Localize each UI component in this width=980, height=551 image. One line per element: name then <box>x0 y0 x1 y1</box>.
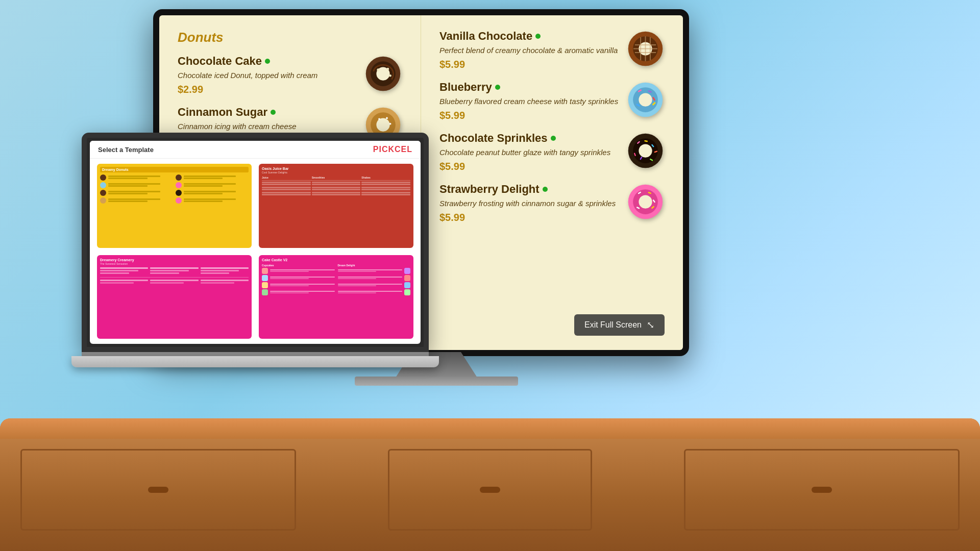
laptop-content: Dreamy Donuts <box>90 159 421 344</box>
tv-item-desc-vanilla: Perfect blend of creamy chocolate & arom… <box>439 45 620 56</box>
green-dot-icon-b <box>495 85 500 90</box>
tv-item-desc-sprinkles: Chocolate peanut butter glaze with tangy… <box>439 147 620 158</box>
tv-item-img-sprinkles <box>626 132 665 170</box>
green-dot-icon <box>265 59 270 64</box>
template-preview-juice: Oasis Juice BarCool Summer Delights Juic… <box>259 164 413 248</box>
drawer-right <box>684 449 960 531</box>
tv-item-name-chocolate-cake: Chocolate Cake <box>178 55 358 68</box>
laptop-container: Select a Template PICKCEL Dreamy Donuts <box>82 133 429 383</box>
tv-item-img-strawberry <box>626 183 665 221</box>
svg-point-25 <box>639 144 652 157</box>
laptop-title: Select a Template <box>98 146 154 154</box>
tv-item-name-cinnamon: Cinnamon Sugar <box>178 106 358 119</box>
tv-item-price-sprinkles: $5.99 <box>439 161 620 172</box>
svg-point-17 <box>639 93 652 106</box>
tv-item-chocolate-sprinkles: Chocolate Sprinkles Chocolate peanut but… <box>439 132 665 172</box>
tv-item-info-strawberry: Strawberry Delight Strawberry frosting w… <box>439 183 620 223</box>
furniture <box>0 418 980 551</box>
tv-right-panel: Vanilla Chocolate Perfect blend of cream… <box>421 15 683 350</box>
template-card-oasis-juice[interactable]: Oasis Juice BarCool Summer Delights Juic… <box>259 164 413 248</box>
laptop-base <box>71 356 439 367</box>
tv-item-info: Cinnamon Sugar Cinnamon icing with cream… <box>178 106 358 132</box>
tv-item-img-blueberry <box>626 81 665 119</box>
tv-item-name-vanilla: Vanilla Chocolate <box>439 30 620 43</box>
green-dot-icon-2 <box>271 110 276 115</box>
drawer-center <box>388 449 592 531</box>
tv-item-price-blueberry: $5.99 <box>439 110 620 121</box>
svg-point-35 <box>639 195 652 208</box>
green-dot-icon-s <box>551 136 556 141</box>
tv-item-desc-blueberry: Blueberry flavored cream cheese with tas… <box>439 96 620 107</box>
tv-item-price-vanilla: $5.99 <box>439 59 620 70</box>
tv-item-price-strawberry: $5.99 <box>439 212 620 223</box>
tv-item-img-vanilla <box>626 30 665 68</box>
tv-item-info-vanilla: Vanilla Chocolate Perfect blend of cream… <box>439 30 620 70</box>
green-dot-icon-v <box>535 34 541 39</box>
tv-item-desc-chocolate-cake: Chocolate iced Donut, topped with cream <box>178 70 358 81</box>
exit-fullscreen-button[interactable]: Exit Full Screen ⤡ <box>574 314 665 336</box>
tv-item-desc-cinnamon: Cinnamon icing with cream cheese <box>178 121 358 132</box>
tv-item-strawberry: Strawberry Delight Strawberry frosting w… <box>439 183 665 223</box>
svg-point-4 <box>387 68 389 70</box>
drawer-left <box>20 449 296 531</box>
tv-item-chocolate-cake: Chocolate Cake Chocolate iced Donut, top… <box>178 55 402 95</box>
template-card-dreamery-creamery[interactable]: Dreamery CreameryThe Sweetest Sensation <box>97 255 252 339</box>
tv-item-info-blueberry: Blueberry Blueberry flavored cream chees… <box>439 81 620 121</box>
exit-fullscreen-icon: ⤡ <box>647 319 654 331</box>
template-preview-cake: Cake Castle V2 Cupcakes <box>259 255 413 339</box>
svg-point-9 <box>378 118 380 120</box>
svg-point-11 <box>389 123 391 125</box>
template-card-cake-castle[interactable]: Cake Castle V2 Cupcakes <box>259 255 413 339</box>
tv-item-blueberry: Blueberry Blueberry flavored cream chees… <box>439 81 665 121</box>
tv-item-desc-strawberry: Strawberry frosting with cinnamon sugar … <box>439 198 620 209</box>
laptop-hinge <box>82 352 429 356</box>
tv-item-img-chocolate-cake <box>364 55 402 93</box>
tv-section-title: Donuts <box>178 30 402 45</box>
laptop-screen-frame: Select a Template PICKCEL Dreamy Donuts <box>82 133 429 352</box>
svg-point-10 <box>386 117 388 119</box>
tv-item-name-blueberry: Blueberry <box>439 81 620 94</box>
tv-item-vanilla: Vanilla Chocolate Perfect blend of cream… <box>439 30 665 70</box>
laptop-header: Select a Template PICKCEL <box>90 141 421 159</box>
laptop-screen: Select a Template PICKCEL Dreamy Donuts <box>90 141 421 344</box>
tv-item-name-strawberry: Strawberry Delight <box>439 183 620 196</box>
pickcel-logo: PICKCEL <box>373 145 412 154</box>
svg-point-5 <box>389 74 391 77</box>
svg-point-8 <box>376 118 389 131</box>
green-dot-icon-st <box>543 187 548 192</box>
tv-item-name-sprinkles: Chocolate Sprinkles <box>439 132 620 145</box>
template-preview-creamery: Dreamery CreameryThe Sweetest Sensation <box>97 255 252 339</box>
tv-item-info: Chocolate Cake Chocolate iced Donut, top… <box>178 55 358 95</box>
svg-point-3 <box>377 68 380 71</box>
template-preview-donuts: Dreamy Donuts <box>97 164 252 248</box>
template-card-dreamy-donuts[interactable]: Dreamy Donuts <box>97 164 252 248</box>
tv-item-info-sprinkles: Chocolate Sprinkles Chocolate peanut but… <box>439 132 620 172</box>
exit-fullscreen-label: Exit Full Screen <box>584 320 642 330</box>
tv-item-price-chocolate-cake: $2.99 <box>178 84 358 95</box>
